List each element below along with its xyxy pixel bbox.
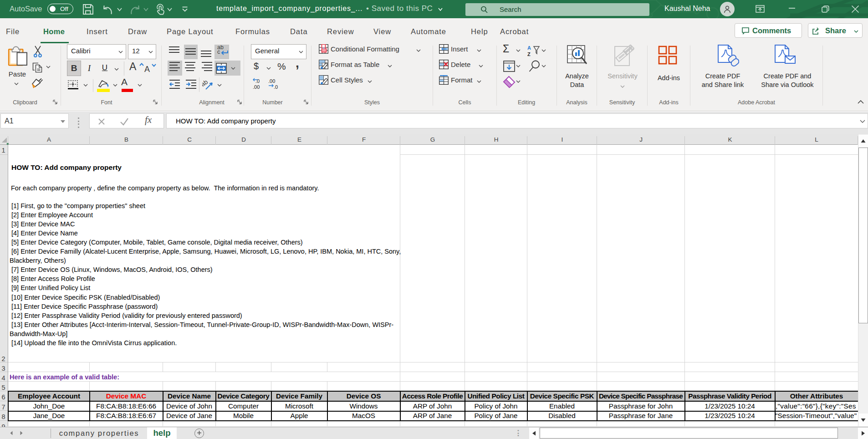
- svg-text:Z: Z: [527, 51, 531, 57]
- svg-text:A: A: [527, 45, 531, 51]
- svg-text:.00: .00: [253, 84, 260, 90]
- svg-text:.0: .0: [274, 84, 278, 90]
- svg-text:.0: .0: [255, 78, 260, 84]
- svg-text:.00: .00: [268, 78, 275, 84]
